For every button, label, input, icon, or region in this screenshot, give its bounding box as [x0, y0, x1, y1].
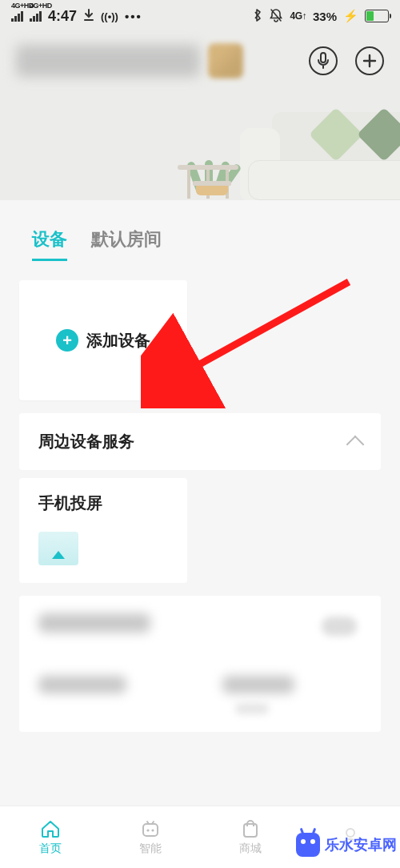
blurred-sub: [235, 703, 269, 714]
bluetooth-icon: [253, 8, 262, 25]
svg-rect-3: [143, 824, 158, 836]
tab-devices[interactable]: 设备: [32, 227, 67, 261]
dnd-icon: [269, 8, 283, 25]
add-device-label: 添加设备: [86, 330, 150, 352]
svg-rect-6: [244, 824, 257, 837]
voice-button[interactable]: [309, 46, 338, 75]
more-icon: •••: [125, 10, 142, 23]
peripheral-services-card[interactable]: 周边设备服务: [19, 413, 381, 470]
page-title-blurred: [16, 45, 200, 77]
battery-pct: 33%: [313, 10, 337, 23]
screen-cast-title: 手机投屏: [38, 492, 168, 514]
download-icon: [83, 9, 94, 24]
robot-icon: [139, 819, 162, 838]
bag-icon: [239, 819, 262, 838]
hotspot-icon: ((•)): [101, 10, 118, 22]
blurred-text-2: [222, 676, 294, 693]
tab-default-room[interactable]: 默认房间: [91, 227, 162, 261]
tab-bar: 设备 默认房间: [0, 200, 400, 269]
screen-cast-card[interactable]: 手机投屏: [19, 478, 187, 583]
nav-smart-label: 智能: [139, 842, 162, 856]
decor-sofa: [224, 96, 400, 200]
blurred-text-1: [38, 676, 126, 693]
svg-rect-0: [321, 53, 326, 62]
plus-icon: [362, 54, 377, 68]
blurred-card: [19, 596, 381, 732]
plus-circle-icon: +: [56, 329, 78, 352]
watermark: 乐水安卓网: [296, 833, 397, 857]
net-indicator: 4G↑: [290, 11, 306, 21]
svg-point-5: [151, 829, 154, 831]
avatar-blurred: [208, 43, 243, 78]
nav-smart[interactable]: 智能: [100, 806, 200, 868]
add-button[interactable]: [355, 46, 384, 75]
battery-icon: [365, 10, 389, 22]
signal-icon-1: 4G+HD: [11, 10, 23, 22]
net2-label: 4G+HD: [30, 2, 52, 10]
clock: 4:47: [48, 8, 77, 25]
svg-point-4: [146, 829, 149, 831]
signal-icon-2: 4G+HD: [30, 10, 42, 22]
nav-mall-label: 商城: [239, 842, 262, 856]
watermark-logo-icon: [296, 833, 320, 857]
chevron-up-icon: [346, 435, 365, 453]
status-bar: 4G+HD 4G+HD 4:47 ((•)) ••• 4G↑ 33% ⚡: [0, 0, 400, 32]
watermark-text: 乐水安卓网: [325, 835, 397, 854]
blurred-heading: [38, 613, 150, 633]
home-icon: [39, 819, 62, 838]
add-device-card[interactable]: + 添加设备: [19, 280, 187, 400]
cast-icon: [38, 532, 78, 565]
decor-pot: [196, 181, 231, 195]
nav-home-label: 首页: [39, 842, 62, 856]
peripheral-services-title: 周边设备服务: [38, 431, 134, 452]
microphone-icon: [317, 52, 330, 70]
nav-home[interactable]: 首页: [0, 806, 100, 868]
nav-mall[interactable]: 商城: [200, 806, 300, 868]
blurred-chip: [322, 617, 357, 636]
hero-banner: 4G+HD 4G+HD 4:47 ((•)) ••• 4G↑ 33% ⚡: [0, 0, 400, 200]
content-area: + 添加设备 周边设备服务 手机投屏: [0, 269, 400, 743]
charging-icon: ⚡: [343, 9, 358, 23]
